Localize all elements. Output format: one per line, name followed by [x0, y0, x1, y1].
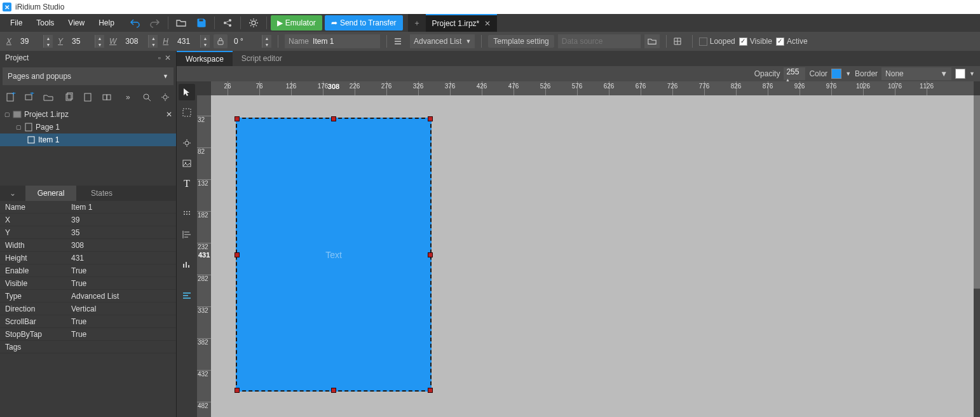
resize-handle-se[interactable] [428, 388, 433, 393]
canvas[interactable]: 2676126176226276326376426476526576626676… [197, 81, 980, 417]
border-color-swatch[interactable] [955, 69, 965, 79]
y-field[interactable] [69, 35, 95, 48]
lock-aspect-icon[interactable] [214, 34, 228, 48]
opacity-input[interactable]: ▲▼ [784, 67, 805, 80]
pages-selector[interactable]: Pages and popups ▼ [3, 67, 174, 85]
y-input[interactable]: ▲▼ [69, 35, 104, 48]
add-page-icon[interactable]: + [3, 89, 18, 106]
panel-close-icon[interactable]: ✕ [165, 53, 171, 62]
open-folder-icon[interactable] [171, 14, 191, 32]
tab-script-editor[interactable]: Script editor [233, 51, 291, 66]
horizontal-ruler[interactable]: 2676126176226276326376426476526576626676… [211, 81, 974, 95]
w-up-icon[interactable]: ▲ [149, 35, 158, 41]
text-tool-icon[interactable]: T [179, 175, 195, 192]
color-swatch[interactable] [831, 69, 841, 79]
redo-icon[interactable] [145, 14, 165, 32]
grid-icon[interactable] [673, 37, 686, 46]
property-value[interactable]: 308 [71, 241, 176, 250]
property-row[interactable]: Y35 [0, 226, 176, 239]
property-value[interactable]: Advanced List [71, 292, 176, 301]
add-popup-icon[interactable]: + [21, 89, 37, 106]
h-up-icon[interactable]: ▲ [201, 35, 210, 41]
selected-item[interactable]: Text [236, 118, 432, 392]
prop-tab-chevron-icon[interactable]: ⌄ [0, 186, 25, 201]
stage[interactable]: Text [211, 95, 974, 417]
property-value[interactable]: Vertical [71, 304, 176, 313]
resize-handle-ne[interactable] [428, 116, 433, 121]
menu-tools[interactable]: Tools [30, 16, 60, 30]
add-folder-icon[interactable] [40, 89, 56, 106]
close-icon[interactable]: ✕ [484, 19, 491, 28]
angle-down-icon[interactable]: ▼ [262, 41, 271, 48]
property-value[interactable]: True [71, 279, 176, 288]
align-left-tool-icon[interactable] [179, 226, 195, 243]
property-row[interactable]: DirectionVertical [0, 303, 176, 315]
share-icon[interactable] [217, 14, 238, 32]
search-icon[interactable] [139, 89, 154, 106]
w-field[interactable] [123, 35, 148, 48]
emulator-button[interactable]: ▶ Emulator [271, 15, 322, 31]
pin-icon[interactable]: ▫ [158, 53, 161, 62]
chevron-down-icon[interactable]: ▼ [969, 71, 975, 77]
close-icon[interactable]: ✕ [166, 110, 172, 119]
menu-file[interactable]: File [4, 16, 29, 30]
expand-icon[interactable]: » [120, 89, 136, 106]
property-row[interactable]: ScrollBarTrue [0, 315, 176, 328]
tree-collapse-icon[interactable]: ▢ [4, 111, 10, 118]
property-value[interactable]: True [71, 330, 176, 339]
angle-input[interactable]: ▲▼ [231, 35, 271, 48]
scrollbar-thumb[interactable] [974, 95, 980, 289]
duplicate-icon[interactable] [99, 89, 114, 106]
document-tab[interactable]: Project 1.irpz* ✕ [426, 14, 498, 32]
property-row[interactable]: VisibleTrue [0, 277, 176, 290]
property-value[interactable]: True [71, 266, 176, 275]
tree-collapse-icon[interactable]: ▢ [15, 124, 22, 130]
paragraph-tool-icon[interactable] [179, 287, 195, 304]
paste-icon[interactable] [80, 89, 96, 106]
select-tool-icon[interactable] [179, 84, 195, 100]
angle-field[interactable] [231, 35, 262, 48]
property-row[interactable]: Width308 [0, 239, 176, 252]
resize-handle-nw[interactable] [235, 116, 240, 121]
data-source-field[interactable] [562, 37, 625, 46]
property-value[interactable]: Item 1 [71, 203, 176, 212]
border-dropdown[interactable]: None ▼ [881, 67, 951, 80]
visible-checkbox[interactable]: ✓ Visible [739, 37, 772, 46]
resize-handle-e[interactable] [428, 252, 433, 257]
menu-view[interactable]: View [62, 16, 91, 30]
gear-icon[interactable] [158, 89, 174, 106]
property-value[interactable]: 39 [71, 215, 176, 224]
property-row[interactable]: X39 [0, 214, 176, 226]
template-setting-button[interactable]: Template setting [488, 35, 554, 48]
y-down-icon[interactable]: ▼ [95, 41, 104, 48]
resize-handle-w[interactable] [235, 252, 240, 257]
menu-help[interactable]: Help [92, 16, 121, 30]
vertical-scrollbar[interactable] [974, 95, 980, 417]
chevron-down-icon[interactable]: ▼ [845, 71, 851, 77]
property-value[interactable]: True [71, 317, 176, 326]
h-input[interactable]: ▲▼ [175, 35, 210, 48]
new-doc-tab-button[interactable]: ＋ [408, 14, 426, 32]
x-field[interactable] [18, 35, 43, 48]
grid-tool-icon[interactable] [179, 206, 195, 222]
property-row[interactable]: StopByTapTrue [0, 328, 176, 341]
type-dropdown[interactable]: Advanced List ▼ [410, 34, 475, 48]
property-value[interactable]: 431 [71, 254, 176, 263]
h-field[interactable] [175, 35, 200, 48]
property-row[interactable]: EnableTrue [0, 264, 176, 277]
resize-handle-s[interactable] [331, 388, 336, 393]
send-to-transfer-button[interactable]: ➦ Send to Transfer [325, 15, 403, 31]
vertical-ruler[interactable]: 3282132182232282332382432482431 [197, 95, 211, 417]
h-down-icon[interactable]: ▼ [201, 41, 210, 48]
x-down-icon[interactable]: ▼ [44, 41, 53, 48]
tree-item[interactable]: Item 1 [0, 133, 176, 146]
opacity-field[interactable] [784, 67, 805, 76]
property-value[interactable]: 35 [71, 228, 176, 237]
property-row[interactable]: NameItem 1 [0, 201, 176, 214]
angle-up-icon[interactable]: ▲ [262, 35, 271, 41]
gear-tool-icon[interactable] [179, 135, 195, 151]
canvas-page[interactable]: Text [211, 95, 862, 417]
tree-page[interactable]: ▢ Page 1 [0, 121, 176, 133]
property-row[interactable]: Height431 [0, 252, 176, 264]
property-row[interactable]: TypeAdvanced List [0, 290, 176, 303]
